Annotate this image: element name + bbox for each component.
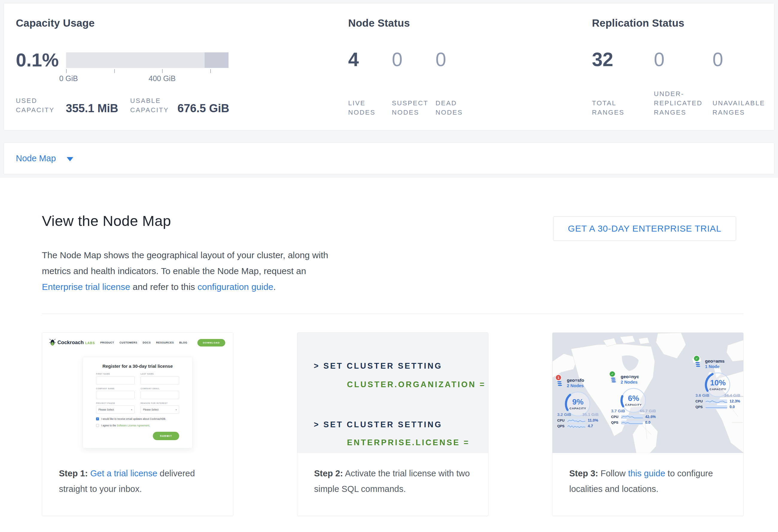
sql-commands-panel: > SET CLUSTER SETTING CLUSTER.ORGANIZATI… [297,333,488,453]
unavailable-ranges-value: 0 [712,49,769,70]
mini-field: COMPANY EMAIL [141,387,179,399]
qps-sparkline [706,405,727,409]
capacity-usage-title: Capacity Usage [16,17,333,29]
this-guide-link[interactable]: this guide [628,469,665,478]
mini-license-link: Software License Agreement [116,424,149,427]
capacity-axis-labels: 0 GiB 400 GiB [66,74,229,83]
step-number: Step 3: [569,469,598,478]
step-cards: Cockroach LABS PRODUCT CUSTOMERS DOCS RE… [42,332,744,516]
total-capacity: 34.4 GiB [724,393,740,398]
axis-tick [162,69,163,73]
locality-node-count: 2 Nodes [621,379,656,385]
usable-capacity-label: USABLE CAPACITY [130,96,172,115]
svg-text:CAPACITY: CAPACITY [625,403,642,406]
mini-nav-item: RESOURCES [156,341,174,344]
mini-select: Please Select▾ [96,405,135,414]
intro-text: The Node Map shows the geographical layo… [42,250,328,276]
svg-text:6%: 6% [628,394,639,403]
step3-card: 1 geo=sfo 2 Nodes 9% CAP [552,332,744,516]
mini-nav-item: BLOG [179,341,187,344]
replication-status-title: Replication Status [592,17,684,29]
intro-text: . [274,282,276,292]
qps-metric-row: QPS 4.7 [557,424,599,428]
total-ranges-label: TOTAL RANGES [592,98,625,117]
sql-line-license: ENTERPRISE.LICENSE = [347,438,470,447]
cluster-summary-panel: Capacity Usage 0.1% 0 GiB 400 GiB US [4,3,774,131]
live-nodes-label: LIVE NODES [348,98,376,117]
mini-site-header: Cockroach LABS PRODUCT CUSTOMERS DOCS RE… [42,333,233,347]
dead-nodes-stat: 0 DEAD NODES [436,49,483,117]
mini-site-brand: Cockroach LABS [58,339,95,346]
svg-text:CAPACITY: CAPACITY [569,407,586,410]
cockroach-logo-icon [49,339,56,347]
checkbox-checked-icon: ✓ [96,417,99,421]
view-selector-bar[interactable]: Node Map [4,142,774,174]
capacity-bar-nonusable-segment [205,52,229,68]
total-capacity: 35.1 GiB [582,412,599,417]
svg-text:9%: 9% [572,397,584,406]
capacity-axis-ticks [66,69,229,73]
get-enterprise-trial-button[interactable]: GET A 30-DAY ENTERPRISE TRIAL [553,216,736,241]
locality-node-count: 2 Nodes [567,383,599,388]
locality-ams: ✓ geo=ams 1 Node 10% CAP [695,359,740,409]
step-number: Step 2: [314,469,343,478]
dead-nodes-value: 0 [436,49,483,70]
locality-name: geo=nyc [621,374,656,379]
axis-tick [210,69,211,73]
mini-field: PROJECT PHASE Please Select▾ [96,402,135,414]
registration-screenshot: Cockroach LABS PRODUCT CUSTOMERS DOCS RE… [42,333,233,453]
locality-name: geo=sfo [567,378,599,383]
chevron-down-icon: ▾ [175,408,177,411]
qps-metric-row: QPS 0.0 [611,421,656,425]
get-trial-license-link[interactable]: Get a trial license [90,469,157,478]
mini-site-nav: PRODUCT CUSTOMERS DOCS RESOURCES BLOG DO… [100,339,225,347]
svg-text:CAPACITY: CAPACITY [709,387,726,391]
svg-text:10%: 10% [710,378,726,387]
locality-sfo: 1 geo=sfo 2 Nodes 9% CAP [557,378,599,428]
sql-line: > SET CLUSTER SETTING [314,362,442,371]
mini-submit-button: SUBMIT [153,432,179,440]
used-capacity-label: USED CAPACITY [16,96,56,115]
mini-text-input [141,391,179,399]
page-title: View the Node Map [42,213,171,229]
mini-field: REASON FOR INTEREST Please Select▾ [141,402,179,414]
cpu-sparkline [621,415,643,419]
locality-nyc: ✓ geo=nyc 2 Nodes 6% CAP [611,374,656,425]
database-nodes-icon [695,361,703,369]
locality-node-count: 1 Node [705,364,740,369]
mini-select: Please Select▾ [141,405,179,414]
enterprise-trial-license-link[interactable]: Enterprise trial license [42,282,130,292]
under-replicated-label: UNDER-REPLICATED RANGES [654,89,708,117]
intro-text: and refer to this [133,282,195,292]
replication-status-group: Replication Status 32 TOTAL RANGES 0 UND… [592,17,684,29]
mini-checkbox-row-updates: ✓ I would like to receive email updates … [96,417,179,421]
used-capacity: 3.2 GiB [557,412,571,417]
view-selector-label[interactable]: Node Map [16,153,56,163]
capacity-percent: 0.1% [16,49,59,70]
mini-field: LAST NAME [141,373,179,384]
configuration-guide-link[interactable]: configuration guide [198,282,274,292]
qps-sparkline [621,421,643,425]
capacity-bar: 0 GiB 400 GiB [66,52,229,83]
mini-field: FIRST NAME [96,373,135,384]
cpu-metric-row: CPU 42.5% [611,415,656,419]
checkbox-empty-icon [96,424,99,427]
live-nodes-stat: 4 LIVE NODES [348,49,392,117]
replication-columns: 32 TOTAL RANGES 0 UNDER-REPLICATED RANGE… [592,49,769,117]
capacity-bar-track [66,52,229,68]
step-number: Step 1: [59,469,88,478]
chevron-down-icon: ▾ [131,408,132,411]
mini-text-input [141,376,179,384]
database-nodes-icon [611,376,618,384]
capacity-stats-row: USED CAPACITY 355.1 MiB USABLE CAPACITY … [16,96,229,115]
node-status-group: Node Status 4 LIVE NODES 0 SUSPECT NODES… [348,17,410,29]
step2-caption: Step 2: Activate the trial license with … [297,453,488,497]
mini-text-input [96,391,135,399]
dead-nodes-label: DEAD NODES [436,98,463,117]
step1-caption: Step 1: Get a trial license delivered st… [42,453,233,497]
suspect-nodes-value: 0 [392,49,436,70]
unavailable-ranges-stat: 0 UNAVAILABLE RANGES [712,49,769,117]
qps-sparkline [567,424,586,428]
cpu-sparkline [567,419,586,423]
axis-tick [66,69,67,73]
